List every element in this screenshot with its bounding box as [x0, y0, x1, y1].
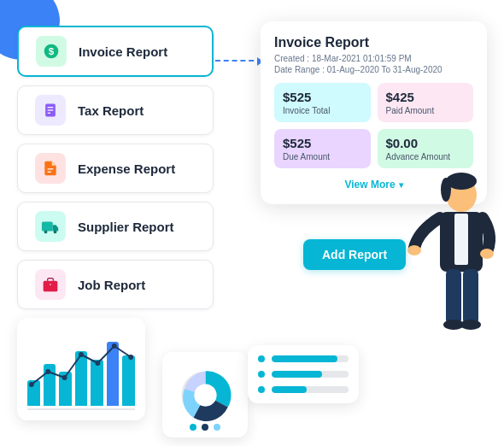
progress-dot-1 — [258, 355, 265, 362]
svg-point-28 — [95, 361, 100, 366]
tax-report-label: Tax Report — [78, 103, 144, 118]
bar-chart-card — [17, 318, 145, 420]
invoice-grid: $525 Invoice Total $425 Paid Amount $525… — [274, 83, 473, 168]
svg-point-15 — [441, 178, 451, 202]
legend-dot-1 — [190, 424, 196, 431]
svg-point-10 — [54, 231, 57, 234]
due-amount-cell: $525 Due Amount — [274, 129, 371, 168]
progress-bar-bg-1 — [272, 355, 349, 362]
svg-point-9 — [44, 231, 48, 234]
invoice-total-cell: $525 Invoice Total — [274, 83, 371, 122]
svg-point-25 — [45, 369, 50, 374]
progress-row-1 — [258, 355, 349, 362]
svg-point-18 — [407, 245, 421, 255]
svg-rect-17 — [454, 214, 468, 265]
pie-legend-dots — [190, 424, 220, 431]
legend-dot-2 — [202, 424, 208, 431]
pie-chart-card — [162, 352, 248, 437]
expense-report-label: Expense Report — [78, 161, 175, 176]
svg-point-27 — [79, 352, 84, 357]
expense-icon — [35, 153, 66, 184]
progress-row-2 — [258, 371, 349, 378]
pie-chart — [173, 363, 237, 427]
svg-rect-11 — [44, 281, 58, 292]
progress-bar-fill-2 — [272, 371, 322, 378]
job-report-label: Job Report — [78, 278, 145, 292]
invoice-created: Created : 18-Mar-2021 01:01:59 PM — [274, 54, 473, 63]
svg-point-24 — [29, 382, 34, 387]
supplier-report-label: Supplier Report — [78, 220, 174, 234]
progress-bar-bg-2 — [272, 371, 349, 378]
svg-point-32 — [194, 384, 216, 406]
svg-rect-20 — [446, 269, 461, 325]
advance-amount-cell: $0.00 Advance Amount — [378, 129, 474, 168]
invoice-total-label: Invoice Total — [283, 106, 362, 115]
progress-dot-3 — [258, 386, 265, 393]
tax-icon — [35, 95, 66, 126]
report-item-expense[interactable]: Expense Report — [17, 144, 214, 193]
invoice-total-amount: $525 — [283, 90, 362, 104]
svg-point-19 — [480, 249, 494, 259]
connector-arrow — [215, 60, 262, 62]
supplier-icon — [35, 211, 66, 242]
svg-point-26 — [62, 375, 67, 380]
chart-x-axis — [27, 408, 135, 410]
advance-label: Advance Amount — [386, 152, 466, 161]
progress-dot-2 — [258, 371, 265, 378]
report-item-invoice[interactable]: $ Invoice Report — [17, 26, 214, 77]
paid-amount-cell: $425 Paid Amount — [378, 83, 474, 122]
bar-chart — [27, 333, 135, 406]
report-list: $ Invoice Report Tax Report — [17, 26, 214, 309]
progress-row-3 — [258, 386, 349, 393]
legend-dot-3 — [214, 424, 220, 431]
invoice-date-range: Date Range : 01-Aug--2020 To 31-Aug-2020 — [274, 65, 473, 74]
report-item-tax[interactable]: Tax Report — [17, 85, 214, 135]
svg-point-29 — [112, 343, 117, 349]
due-label: Due Amount — [283, 152, 362, 161]
invoice-card-title: Invoice Report — [274, 35, 473, 50]
svg-text:$: $ — [49, 45, 55, 56]
job-icon — [35, 269, 66, 300]
progress-bar-fill-3 — [272, 386, 307, 393]
svg-point-23 — [460, 320, 481, 330]
svg-rect-21 — [463, 269, 478, 325]
view-more-text: View More — [344, 179, 395, 191]
invoice-icon: $ — [36, 36, 67, 67]
report-item-supplier[interactable]: Supplier Report — [17, 202, 214, 251]
add-report-button[interactable]: Add Report — [303, 239, 406, 270]
paid-label: Paid Amount — [386, 106, 466, 115]
invoice-report-label: Invoice Report — [79, 44, 167, 59]
main-container: $ Invoice Report Tax Report — [0, 0, 504, 446]
progress-bar-bg-3 — [272, 386, 349, 393]
paid-amount: $425 — [386, 90, 466, 104]
progress-bar-fill-1 — [272, 355, 337, 362]
line-chart-overlay — [27, 333, 135, 406]
advance-amount: $0.00 — [386, 136, 466, 150]
due-amount: $525 — [283, 136, 362, 150]
progress-bars-card — [248, 345, 359, 403]
svg-point-30 — [128, 355, 133, 360]
person-illustration — [401, 171, 495, 342]
report-item-job[interactable]: Job Report — [17, 260, 214, 309]
svg-rect-8 — [42, 222, 53, 232]
